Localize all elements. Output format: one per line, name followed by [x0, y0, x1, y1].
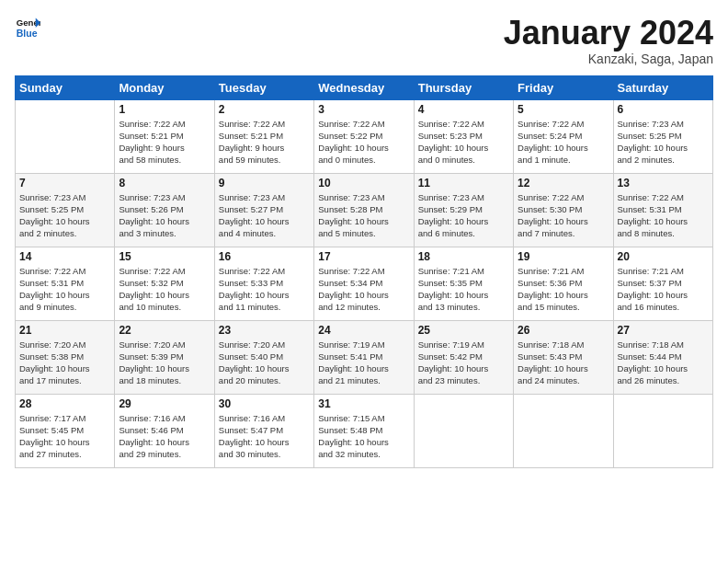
month-title: January 2024	[504, 15, 713, 52]
day-cell: 26Sunrise: 7:18 AMSunset: 5:43 PMDayligh…	[514, 320, 613, 394]
day-info: Sunrise: 7:22 AMSunset: 5:32 PMDaylight:…	[119, 265, 210, 314]
day-cell: 9Sunrise: 7:23 AMSunset: 5:27 PMDaylight…	[214, 173, 313, 247]
logo: General Blue	[15, 15, 40, 40]
day-info: Sunrise: 7:22 AMSunset: 5:31 PMDaylight:…	[19, 265, 110, 314]
day-number: 24	[318, 324, 409, 337]
calendar-table: Sunday Monday Tuesday Wednesday Thursday…	[15, 75, 713, 468]
col-monday: Monday	[115, 75, 214, 99]
day-cell: 15Sunrise: 7:22 AMSunset: 5:32 PMDayligh…	[115, 247, 214, 320]
day-number: 26	[518, 324, 609, 337]
day-cell: 11Sunrise: 7:23 AMSunset: 5:29 PMDayligh…	[414, 173, 513, 247]
day-cell	[16, 99, 115, 173]
col-wednesday: Wednesday	[314, 75, 414, 99]
week-row-1: 1Sunrise: 7:22 AMSunset: 5:21 PMDaylight…	[16, 99, 713, 173]
day-cell: 29Sunrise: 7:16 AMSunset: 5:46 PMDayligh…	[115, 394, 214, 467]
day-info: Sunrise: 7:22 AMSunset: 5:24 PMDaylight:…	[518, 118, 609, 167]
day-cell	[514, 394, 613, 467]
day-number: 19	[518, 250, 609, 263]
day-number: 14	[19, 250, 110, 263]
day-info: Sunrise: 7:22 AMSunset: 5:22 PMDaylight:…	[318, 118, 409, 167]
day-number: 22	[119, 324, 210, 337]
day-info: Sunrise: 7:22 AMSunset: 5:33 PMDaylight:…	[219, 265, 310, 314]
day-info: Sunrise: 7:16 AMSunset: 5:46 PMDaylight:…	[119, 412, 210, 461]
day-info: Sunrise: 7:18 AMSunset: 5:44 PMDaylight:…	[618, 339, 709, 387]
day-info: Sunrise: 7:22 AMSunset: 5:30 PMDaylight:…	[518, 191, 609, 240]
day-info: Sunrise: 7:20 AMSunset: 5:40 PMDaylight:…	[219, 339, 310, 387]
day-info: Sunrise: 7:15 AMSunset: 5:48 PMDaylight:…	[318, 412, 409, 461]
day-cell: 28Sunrise: 7:17 AMSunset: 5:45 PMDayligh…	[16, 394, 115, 467]
col-friday: Friday	[514, 75, 613, 99]
page-container: General Blue January 2024 Kanzaki, Saga,…	[0, 0, 728, 476]
day-number: 29	[119, 397, 210, 410]
day-info: Sunrise: 7:23 AMSunset: 5:25 PMDaylight:…	[618, 118, 709, 167]
day-cell: 5Sunrise: 7:22 AMSunset: 5:24 PMDaylight…	[514, 99, 613, 173]
col-sunday: Sunday	[16, 75, 115, 99]
day-cell: 6Sunrise: 7:23 AMSunset: 5:25 PMDaylight…	[613, 99, 712, 173]
day-number: 6	[618, 103, 709, 116]
day-number: 21	[19, 324, 110, 337]
day-number: 9	[219, 177, 310, 190]
day-number: 25	[418, 324, 509, 337]
day-cell: 16Sunrise: 7:22 AMSunset: 5:33 PMDayligh…	[214, 247, 313, 320]
location: Kanzaki, Saga, Japan	[504, 52, 713, 66]
day-cell: 23Sunrise: 7:20 AMSunset: 5:40 PMDayligh…	[214, 320, 313, 394]
header: General Blue January 2024 Kanzaki, Saga,…	[15, 15, 713, 66]
day-info: Sunrise: 7:17 AMSunset: 5:45 PMDaylight:…	[19, 412, 110, 461]
day-cell: 20Sunrise: 7:21 AMSunset: 5:37 PMDayligh…	[613, 247, 712, 320]
day-cell: 31Sunrise: 7:15 AMSunset: 5:48 PMDayligh…	[314, 394, 414, 467]
day-cell: 24Sunrise: 7:19 AMSunset: 5:41 PMDayligh…	[314, 320, 414, 394]
day-cell: 17Sunrise: 7:22 AMSunset: 5:34 PMDayligh…	[314, 247, 414, 320]
day-cell: 30Sunrise: 7:16 AMSunset: 5:47 PMDayligh…	[214, 394, 313, 467]
col-saturday: Saturday	[613, 75, 712, 99]
logo-icon: General Blue	[15, 15, 40, 40]
day-info: Sunrise: 7:20 AMSunset: 5:39 PMDaylight:…	[119, 339, 210, 387]
day-cell: 1Sunrise: 7:22 AMSunset: 5:21 PMDaylight…	[115, 99, 214, 173]
day-number: 30	[219, 397, 310, 410]
week-row-4: 21Sunrise: 7:20 AMSunset: 5:38 PMDayligh…	[16, 320, 713, 394]
day-info: Sunrise: 7:20 AMSunset: 5:38 PMDaylight:…	[19, 339, 110, 387]
day-number: 18	[418, 250, 509, 263]
title-block: January 2024 Kanzaki, Saga, Japan	[504, 15, 713, 66]
day-number: 16	[219, 250, 310, 263]
day-cell: 12Sunrise: 7:22 AMSunset: 5:30 PMDayligh…	[514, 173, 613, 247]
day-cell: 4Sunrise: 7:22 AMSunset: 5:23 PMDaylight…	[414, 99, 513, 173]
col-tuesday: Tuesday	[214, 75, 313, 99]
svg-text:Blue: Blue	[17, 28, 38, 39]
day-info: Sunrise: 7:19 AMSunset: 5:42 PMDaylight:…	[418, 339, 509, 387]
day-info: Sunrise: 7:16 AMSunset: 5:47 PMDaylight:…	[219, 412, 310, 461]
day-cell: 13Sunrise: 7:22 AMSunset: 5:31 PMDayligh…	[613, 173, 712, 247]
day-info: Sunrise: 7:23 AMSunset: 5:25 PMDaylight:…	[19, 191, 110, 240]
week-row-3: 14Sunrise: 7:22 AMSunset: 5:31 PMDayligh…	[16, 247, 713, 320]
day-info: Sunrise: 7:19 AMSunset: 5:41 PMDaylight:…	[318, 339, 409, 387]
col-thursday: Thursday	[414, 75, 513, 99]
day-cell: 2Sunrise: 7:22 AMSunset: 5:21 PMDaylight…	[214, 99, 313, 173]
day-number: 17	[318, 250, 409, 263]
week-row-2: 7Sunrise: 7:23 AMSunset: 5:25 PMDaylight…	[16, 173, 713, 247]
day-number: 23	[219, 324, 310, 337]
day-number: 2	[219, 103, 310, 116]
day-info: Sunrise: 7:23 AMSunset: 5:29 PMDaylight:…	[418, 191, 509, 240]
day-cell: 3Sunrise: 7:22 AMSunset: 5:22 PMDaylight…	[314, 99, 414, 173]
day-number: 13	[618, 177, 709, 190]
day-cell: 7Sunrise: 7:23 AMSunset: 5:25 PMDaylight…	[16, 173, 115, 247]
day-cell: 14Sunrise: 7:22 AMSunset: 5:31 PMDayligh…	[16, 247, 115, 320]
day-cell: 19Sunrise: 7:21 AMSunset: 5:36 PMDayligh…	[514, 247, 613, 320]
day-info: Sunrise: 7:22 AMSunset: 5:34 PMDaylight:…	[318, 265, 409, 314]
header-row: Sunday Monday Tuesday Wednesday Thursday…	[16, 75, 713, 99]
day-number: 28	[19, 397, 110, 410]
day-cell: 10Sunrise: 7:23 AMSunset: 5:28 PMDayligh…	[314, 173, 414, 247]
day-cell: 8Sunrise: 7:23 AMSunset: 5:26 PMDaylight…	[115, 173, 214, 247]
day-info: Sunrise: 7:21 AMSunset: 5:37 PMDaylight:…	[618, 265, 709, 314]
day-info: Sunrise: 7:23 AMSunset: 5:27 PMDaylight:…	[219, 191, 310, 240]
day-cell	[414, 394, 513, 467]
day-number: 15	[119, 250, 210, 263]
day-number: 10	[318, 177, 409, 190]
day-number: 8	[119, 177, 210, 190]
day-info: Sunrise: 7:23 AMSunset: 5:28 PMDaylight:…	[318, 191, 409, 240]
day-cell: 21Sunrise: 7:20 AMSunset: 5:38 PMDayligh…	[16, 320, 115, 394]
day-number: 12	[518, 177, 609, 190]
day-cell: 27Sunrise: 7:18 AMSunset: 5:44 PMDayligh…	[613, 320, 712, 394]
day-cell: 22Sunrise: 7:20 AMSunset: 5:39 PMDayligh…	[115, 320, 214, 394]
day-number: 27	[618, 324, 709, 337]
day-cell: 18Sunrise: 7:21 AMSunset: 5:35 PMDayligh…	[414, 247, 513, 320]
